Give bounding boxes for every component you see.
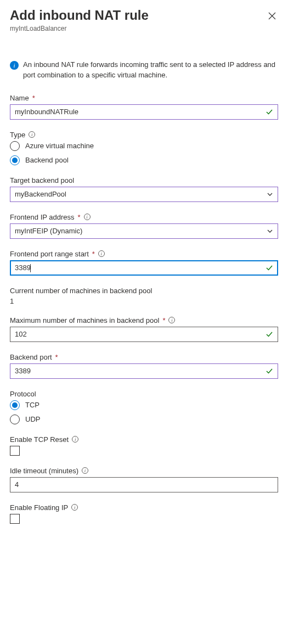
tcp-reset-checkbox[interactable] [10, 446, 20, 456]
required-marker: * [92, 250, 95, 258]
current-machines-label: Current number of machines in backend po… [10, 287, 152, 295]
name-value: myInboundNATRule [15, 108, 266, 116]
check-icon [266, 108, 273, 116]
backend-port-value: 3389 [15, 367, 266, 375]
hint-icon[interactable]: i [72, 436, 78, 443]
type-radio-pool[interactable]: Backend pool [10, 155, 278, 165]
protocol-label: Protocol [10, 390, 36, 398]
type-radio-pool-label: Backend pool [25, 156, 69, 164]
frontend-port-value: 3389 [15, 264, 31, 272]
idle-timeout-value: 4 [15, 480, 273, 489]
required-marker: * [78, 213, 81, 221]
info-icon: i [10, 61, 19, 70]
text-cursor [30, 264, 31, 272]
type-label: Type [10, 131, 25, 139]
floating-ip-checkbox[interactable] [10, 514, 20, 524]
floating-ip-label: Enable Floating IP [10, 503, 68, 512]
target-pool-label: Target backend pool [10, 176, 74, 184]
protocol-udp-label: UDP [25, 415, 40, 423]
frontend-port-label: Frontend port range start [10, 250, 89, 258]
radio-icon [10, 400, 20, 410]
required-marker: * [162, 316, 165, 324]
tcp-reset-label: Enable TCP Reset [10, 435, 69, 444]
info-text: An inbound NAT rule forwards incoming tr… [23, 60, 278, 81]
backend-port-input[interactable]: 3389 [10, 363, 278, 379]
backend-port-label: Backend port [10, 353, 52, 361]
frontend-ip-value: myIntFEIP (Dynamic) [15, 227, 82, 235]
check-icon [266, 367, 273, 375]
protocol-radio-tcp[interactable]: TCP [10, 400, 278, 410]
current-machines-value: 1 [10, 297, 278, 305]
radio-icon [10, 155, 20, 165]
max-machines-value: 102 [15, 330, 266, 338]
chevron-down-icon [267, 228, 273, 234]
max-machines-input[interactable]: 102 [10, 327, 278, 342]
protocol-tcp-label: TCP [25, 401, 39, 409]
target-pool-value: myBackendPool [15, 190, 66, 198]
hint-icon[interactable]: i [84, 214, 91, 220]
type-radio-vm-label: Azure virtual machine [25, 142, 94, 150]
name-label: Name [10, 94, 29, 102]
frontend-port-input[interactable]: 3389 [10, 260, 278, 276]
name-input[interactable]: myInboundNATRule [10, 104, 278, 120]
required-marker: * [55, 353, 58, 361]
frontend-ip-label: Frontend IP address [10, 213, 75, 221]
max-machines-label: Maximum number of machines in backend po… [10, 316, 159, 324]
hint-icon[interactable]: i [168, 317, 175, 323]
idle-timeout-label: Idle timeout (minutes) [10, 467, 78, 475]
page-subtitle: myIntLoadBalancer [10, 25, 149, 32]
hint-icon[interactable]: i [71, 504, 78, 511]
info-banner: i An inbound NAT rule forwards incoming … [10, 60, 278, 81]
radio-icon [10, 415, 20, 424]
close-icon [268, 12, 276, 20]
check-icon [266, 264, 273, 272]
target-pool-select[interactable]: myBackendPool [10, 187, 278, 202]
hint-icon[interactable]: i [98, 250, 105, 257]
radio-icon [10, 141, 20, 151]
chevron-down-icon [267, 191, 273, 198]
idle-timeout-input[interactable]: 4 [10, 477, 278, 492]
protocol-radio-udp[interactable]: UDP [10, 415, 278, 424]
hint-icon[interactable]: i [82, 467, 88, 474]
page-title: Add inbound NAT rule [10, 7, 149, 24]
close-button[interactable] [266, 10, 278, 22]
required-marker: * [32, 94, 35, 102]
check-icon [266, 331, 273, 338]
hint-icon[interactable]: i [29, 131, 35, 138]
type-radio-vm[interactable]: Azure virtual machine [10, 141, 278, 151]
frontend-ip-select[interactable]: myIntFEIP (Dynamic) [10, 223, 278, 239]
